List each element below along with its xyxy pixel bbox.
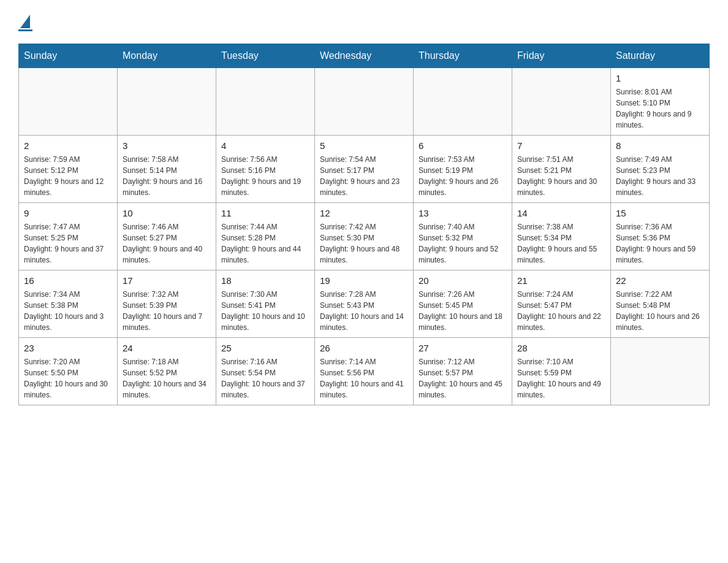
day-number: 10 (123, 207, 211, 220)
day-number: 4 (221, 139, 309, 152)
logo-triangle-icon (20, 15, 30, 28)
calendar-cell (611, 338, 710, 405)
day-info: Sunrise: 7:18 AM Sunset: 5:52 PM Dayligh… (123, 356, 211, 400)
day-number: 24 (123, 342, 211, 354)
calendar-cell: 28Sunrise: 7:10 AM Sunset: 5:59 PM Dayli… (512, 338, 611, 405)
day-info: Sunrise: 7:22 AM Sunset: 5:48 PM Dayligh… (616, 289, 704, 333)
calendar-cell (512, 68, 611, 136)
day-info: Sunrise: 7:14 AM Sunset: 5:56 PM Dayligh… (320, 356, 408, 400)
day-number: 12 (320, 207, 408, 220)
calendar-cell: 23Sunrise: 7:20 AM Sunset: 5:50 PM Dayli… (19, 338, 118, 405)
calendar-cell: 27Sunrise: 7:12 AM Sunset: 5:57 PM Dayli… (414, 338, 512, 405)
week-row-3: 9Sunrise: 7:47 AM Sunset: 5:25 PM Daylig… (19, 203, 710, 270)
day-number: 6 (419, 139, 507, 152)
day-info: Sunrise: 7:54 AM Sunset: 5:17 PM Dayligh… (320, 154, 408, 198)
calendar-cell: 2Sunrise: 7:59 AM Sunset: 5:12 PM Daylig… (19, 136, 118, 203)
day-info: Sunrise: 7:24 AM Sunset: 5:47 PM Dayligh… (517, 289, 605, 333)
logo (18, 12, 32, 31)
calendar-cell: 26Sunrise: 7:14 AM Sunset: 5:56 PM Dayli… (315, 338, 414, 405)
calendar-cell: 16Sunrise: 7:34 AM Sunset: 5:38 PM Dayli… (19, 270, 118, 338)
calendar-table: SundayMondayTuesdayWednesdayThursdayFrid… (18, 44, 710, 405)
calendar-cell: 1Sunrise: 8:01 AM Sunset: 5:10 PM Daylig… (611, 68, 710, 136)
day-info: Sunrise: 7:46 AM Sunset: 5:27 PM Dayligh… (123, 221, 211, 266)
calendar-cell: 12Sunrise: 7:42 AM Sunset: 5:30 PM Dayli… (315, 203, 414, 270)
calendar-cell: 7Sunrise: 7:51 AM Sunset: 5:21 PM Daylig… (512, 136, 611, 203)
calendar-cell (414, 68, 512, 136)
day-number: 8 (616, 139, 704, 152)
day-number: 14 (517, 207, 605, 220)
day-info: Sunrise: 8:01 AM Sunset: 5:10 PM Dayligh… (616, 86, 704, 131)
day-number: 3 (123, 139, 211, 152)
day-info: Sunrise: 7:26 AM Sunset: 5:45 PM Dayligh… (419, 289, 507, 333)
calendar-cell: 21Sunrise: 7:24 AM Sunset: 5:47 PM Dayli… (512, 270, 611, 338)
calendar-cell: 6Sunrise: 7:53 AM Sunset: 5:19 PM Daylig… (414, 136, 512, 203)
day-info: Sunrise: 7:40 AM Sunset: 5:32 PM Dayligh… (419, 221, 507, 266)
day-number: 1 (616, 72, 704, 85)
calendar-header-row: SundayMondayTuesdayWednesdayThursdayFrid… (19, 44, 710, 68)
day-number: 21 (517, 274, 605, 287)
day-info: Sunrise: 7:28 AM Sunset: 5:43 PM Dayligh… (320, 289, 408, 333)
calendar-cell: 18Sunrise: 7:30 AM Sunset: 5:41 PM Dayli… (216, 270, 315, 338)
calendar-header-friday: Friday (512, 44, 611, 68)
calendar-cell (19, 68, 118, 136)
calendar-header-tuesday: Tuesday (216, 44, 315, 68)
day-number: 20 (419, 274, 507, 287)
day-info: Sunrise: 7:53 AM Sunset: 5:19 PM Dayligh… (419, 154, 507, 198)
calendar-cell (315, 68, 414, 136)
calendar-header-monday: Monday (118, 44, 216, 68)
day-info: Sunrise: 7:56 AM Sunset: 5:16 PM Dayligh… (221, 154, 309, 198)
day-info: Sunrise: 7:30 AM Sunset: 5:41 PM Dayligh… (221, 289, 309, 333)
day-info: Sunrise: 7:20 AM Sunset: 5:50 PM Dayligh… (24, 356, 112, 400)
calendar-cell: 25Sunrise: 7:16 AM Sunset: 5:54 PM Dayli… (216, 338, 315, 405)
day-number: 13 (419, 207, 507, 220)
calendar-cell: 3Sunrise: 7:58 AM Sunset: 5:14 PM Daylig… (118, 136, 216, 203)
calendar-cell: 5Sunrise: 7:54 AM Sunset: 5:17 PM Daylig… (315, 136, 414, 203)
week-row-5: 23Sunrise: 7:20 AM Sunset: 5:50 PM Dayli… (19, 338, 710, 405)
calendar-cell: 4Sunrise: 7:56 AM Sunset: 5:16 PM Daylig… (216, 136, 315, 203)
day-number: 18 (221, 274, 309, 287)
day-info: Sunrise: 7:47 AM Sunset: 5:25 PM Dayligh… (24, 221, 112, 266)
week-row-2: 2Sunrise: 7:59 AM Sunset: 5:12 PM Daylig… (19, 136, 710, 203)
day-number: 22 (616, 274, 704, 287)
calendar-header-thursday: Thursday (414, 44, 512, 68)
calendar-cell: 10Sunrise: 7:46 AM Sunset: 5:27 PM Dayli… (118, 203, 216, 270)
calendar-cell: 9Sunrise: 7:47 AM Sunset: 5:25 PM Daylig… (19, 203, 118, 270)
day-info: Sunrise: 7:59 AM Sunset: 5:12 PM Dayligh… (24, 154, 112, 198)
day-info: Sunrise: 7:58 AM Sunset: 5:14 PM Dayligh… (123, 154, 211, 198)
day-number: 26 (320, 342, 408, 354)
calendar-header-wednesday: Wednesday (315, 44, 414, 68)
day-number: 5 (320, 139, 408, 152)
week-row-1: 1Sunrise: 8:01 AM Sunset: 5:10 PM Daylig… (19, 68, 710, 136)
day-info: Sunrise: 7:38 AM Sunset: 5:34 PM Dayligh… (517, 221, 605, 266)
day-number: 23 (24, 342, 112, 354)
calendar-cell: 11Sunrise: 7:44 AM Sunset: 5:28 PM Dayli… (216, 203, 315, 270)
day-number: 17 (123, 274, 211, 287)
day-number: 19 (320, 274, 408, 287)
day-info: Sunrise: 7:44 AM Sunset: 5:28 PM Dayligh… (221, 221, 309, 266)
day-info: Sunrise: 7:51 AM Sunset: 5:21 PM Dayligh… (517, 154, 605, 198)
calendar-cell: 20Sunrise: 7:26 AM Sunset: 5:45 PM Dayli… (414, 270, 512, 338)
calendar-cell: 19Sunrise: 7:28 AM Sunset: 5:43 PM Dayli… (315, 270, 414, 338)
calendar-cell: 17Sunrise: 7:32 AM Sunset: 5:39 PM Dayli… (118, 270, 216, 338)
week-row-4: 16Sunrise: 7:34 AM Sunset: 5:38 PM Dayli… (19, 270, 710, 338)
calendar-header-saturday: Saturday (611, 44, 710, 68)
day-number: 25 (221, 342, 309, 354)
calendar-cell (216, 68, 315, 136)
day-info: Sunrise: 7:12 AM Sunset: 5:57 PM Dayligh… (419, 356, 507, 400)
day-number: 9 (24, 207, 112, 220)
calendar-cell: 24Sunrise: 7:18 AM Sunset: 5:52 PM Dayli… (118, 338, 216, 405)
day-number: 27 (419, 342, 507, 354)
day-info: Sunrise: 7:36 AM Sunset: 5:36 PM Dayligh… (616, 221, 704, 266)
page-header (18, 12, 710, 31)
calendar-cell: 22Sunrise: 7:22 AM Sunset: 5:48 PM Dayli… (611, 270, 710, 338)
day-number: 28 (517, 342, 605, 354)
calendar-cell (118, 68, 216, 136)
day-info: Sunrise: 7:34 AM Sunset: 5:38 PM Dayligh… (24, 289, 112, 333)
calendar-cell: 14Sunrise: 7:38 AM Sunset: 5:34 PM Dayli… (512, 203, 611, 270)
day-info: Sunrise: 7:32 AM Sunset: 5:39 PM Dayligh… (123, 289, 211, 333)
day-info: Sunrise: 7:16 AM Sunset: 5:54 PM Dayligh… (221, 356, 309, 400)
calendar-cell: 15Sunrise: 7:36 AM Sunset: 5:36 PM Dayli… (611, 203, 710, 270)
calendar-header-sunday: Sunday (19, 44, 118, 68)
day-number: 2 (24, 139, 112, 152)
day-info: Sunrise: 7:49 AM Sunset: 5:23 PM Dayligh… (616, 154, 704, 198)
